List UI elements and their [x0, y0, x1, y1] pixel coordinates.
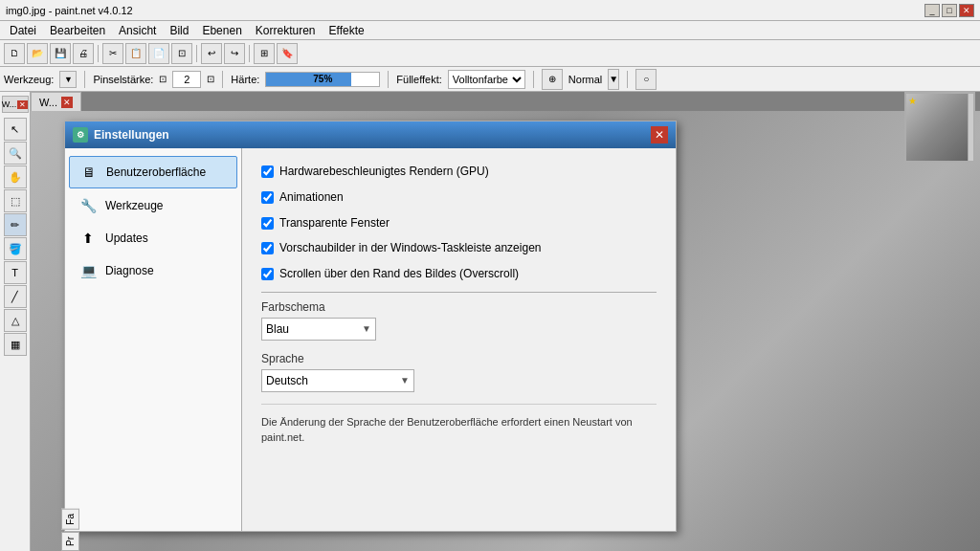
toolbar: 🗋 📂 💾 🖨 ✂ 📋 📄 ⊡ ↩ ↪ ⊞ 🔖	[0, 40, 980, 67]
menu-korrekturen[interactable]: Korrekturen	[250, 22, 322, 39]
language-value: Deutsch	[266, 374, 400, 387]
sidebar-item-ui[interactable]: 🖥 Benutzeroberfläche	[69, 156, 237, 188]
checkbox-animations[interactable]	[261, 191, 274, 204]
brushsize-icon-left: ⊡	[159, 74, 167, 84]
toolbar-separator-2	[196, 45, 197, 62]
opacity-btn[interactable]: ○	[635, 69, 657, 90]
colorscheme-row: Farbschema Blau ▼	[261, 300, 657, 341]
blend-mode-btn[interactable]: ⊕	[542, 69, 563, 90]
maximize-button[interactable]: □	[942, 4, 957, 17]
tool-selector[interactable]: ▼	[59, 71, 77, 88]
tool-cursor[interactable]: ↖	[4, 118, 27, 141]
sidebar-item-diagnose-label: Diagnose	[105, 264, 154, 277]
sidebar-item-tools[interactable]: 🔧 Werkzeuge	[69, 190, 237, 221]
menu-effekte[interactable]: Effekte	[323, 22, 370, 39]
save-button[interactable]: 💾	[50, 43, 71, 64]
language-info-text: Die Änderung der Sprache der Benutzerobe…	[261, 404, 657, 446]
mode-dropdown-btn[interactable]: ▼	[608, 69, 619, 90]
checkbox-row-gpu: Hardwarebeschleunigtes Rendern (GPU)	[261, 164, 657, 180]
canvas-tab-close-btn[interactable]: ✕	[61, 97, 73, 108]
tool-text[interactable]: T	[4, 261, 27, 284]
colorscheme-value: Blau	[266, 322, 362, 336]
left-tools-panel: W... ✕ ↖ 🔍 ✋ ⬚ ✏ 🪣 T ╱ △ ▦	[0, 92, 31, 551]
checkbox-overscroll[interactable]	[261, 268, 274, 280]
extra-button[interactable]: 🔖	[277, 43, 298, 64]
colorscheme-label: Farbschema	[261, 300, 657, 314]
dialog-title-bar: ⚙ Einstellungen ✕	[65, 121, 676, 148]
dialog-title-text: Einstellungen	[94, 128, 651, 142]
menu-ebenen[interactable]: Ebenen	[196, 22, 247, 39]
open-button[interactable]: 📂	[27, 43, 48, 64]
checkbox-gpu[interactable]	[261, 165, 274, 178]
language-select[interactable]: Deutsch ▼	[261, 369, 414, 392]
brushsize-input[interactable]	[172, 71, 201, 88]
tool-gradient[interactable]: ▦	[4, 333, 27, 356]
checkbox-transparent[interactable]	[261, 217, 274, 230]
checkbox-transparent-label: Transparente Fenster	[279, 215, 390, 231]
updates-icon: ⬆	[78, 229, 98, 248]
language-row: Sprache Deutsch ▼	[261, 352, 657, 392]
title-bar-text: img0.jpg - paint.net v4.0.12	[6, 5, 924, 16]
tool-label: Werkzeug:	[4, 74, 54, 85]
toolbar-separator-3	[249, 45, 250, 62]
grid-button[interactable]: ⊞	[254, 43, 275, 64]
tool-fill[interactable]: 🪣	[4, 237, 27, 260]
crop-button[interactable]: ⊡	[171, 43, 192, 64]
undo-button[interactable]: ↩	[201, 43, 222, 64]
tools-icon: 🔧	[78, 196, 98, 215]
tool-zoom[interactable]: 🔍	[4, 142, 27, 165]
checkbox-row-overscroll: Scrollen über den Rand des Bildes (Overs…	[261, 266, 657, 282]
vertical-side-panels: Fa Pr	[61, 509, 79, 551]
thumbnail-content: ★	[906, 94, 973, 161]
redo-button[interactable]: ↪	[224, 43, 245, 64]
copy-button[interactable]: 📋	[125, 43, 146, 64]
checkbox-overscroll-label: Scrollen über den Rand des Bildes (Overs…	[279, 266, 519, 282]
hardness-label: Härte:	[231, 74, 259, 85]
title-bar: img0.jpg - paint.net v4.0.12 _ □ ✕	[0, 0, 980, 21]
checkbox-gpu-label: Hardwarebeschleunigtes Rendern (GPU)	[279, 164, 489, 180]
dialog-close-button[interactable]: ✕	[651, 126, 668, 143]
tool-shape[interactable]: △	[4, 309, 27, 332]
sidebar-item-ui-label: Benutzeroberfläche	[106, 165, 206, 179]
menu-datei[interactable]: Datei	[4, 22, 42, 39]
dialog-content: Hardwarebeschleunigtes Rendern (GPU) Ani…	[242, 148, 676, 531]
menu-ansicht[interactable]: Ansicht	[113, 22, 162, 39]
close-button[interactable]: ✕	[959, 4, 974, 17]
filleffect-label: Fülleffekt:	[396, 74, 442, 85]
sidebar-item-updates[interactable]: ⬆ Updates	[69, 223, 237, 253]
colorscheme-arrow-icon: ▼	[362, 323, 371, 334]
props-separator-4	[533, 71, 534, 88]
thumbnail-pin-icon: ★	[908, 96, 917, 106]
checkbox-row-animations: Animationen	[261, 189, 657, 206]
canvas-tab-label: W...	[39, 97, 57, 108]
thumbnail-scrollbar[interactable]	[968, 94, 973, 161]
tool-line[interactable]: ╱	[4, 285, 27, 308]
checkbox-taskbar[interactable]	[261, 242, 274, 254]
brushsize-icon-right: ⊡	[207, 74, 214, 84]
tool-select-rect[interactable]: ⬚	[4, 189, 27, 212]
minimize-button[interactable]: _	[924, 4, 940, 17]
paste-button[interactable]: 📄	[148, 43, 169, 64]
settings-dialog: ⚙ Einstellungen ✕ 🖥 Benutzeroberfläche 🔧…	[64, 121, 677, 532]
menu-bearbeiten[interactable]: Bearbeiten	[44, 22, 111, 39]
colorscheme-select[interactable]: Blau ▼	[261, 318, 376, 341]
cut-button[interactable]: ✂	[102, 43, 123, 64]
sidebar-item-diagnose[interactable]: 💻 Diagnose	[69, 255, 237, 286]
image-thumbnail: ★	[904, 92, 975, 163]
new-button[interactable]: 🗋	[4, 43, 25, 64]
print-button[interactable]: 🖨	[73, 43, 94, 64]
canvas-tab-close-small[interactable]: ✕	[17, 100, 28, 109]
tool-paint[interactable]: ✏	[4, 213, 27, 236]
diagnose-icon: 💻	[78, 261, 98, 280]
hardness-slider[interactable]: 75%	[265, 72, 380, 87]
menu-bild[interactable]: Bild	[164, 22, 194, 39]
canvas-tab-item[interactable]: W... ✕	[31, 92, 81, 111]
checkbox-row-transparent: Transparente Fenster	[261, 215, 657, 231]
canvas-area: W... ✕ ★ ⚙ Einstellungen ✕	[31, 92, 980, 551]
panel-pr[interactable]: Pr	[61, 532, 79, 551]
canvas-tab-small[interactable]: W... ✕	[2, 96, 29, 113]
props-separator-3	[388, 71, 389, 88]
filleffect-select[interactable]: Volltonfarbe	[448, 70, 525, 89]
tool-hand[interactable]: ✋	[4, 165, 27, 188]
panel-fa[interactable]: Fa	[61, 509, 79, 530]
